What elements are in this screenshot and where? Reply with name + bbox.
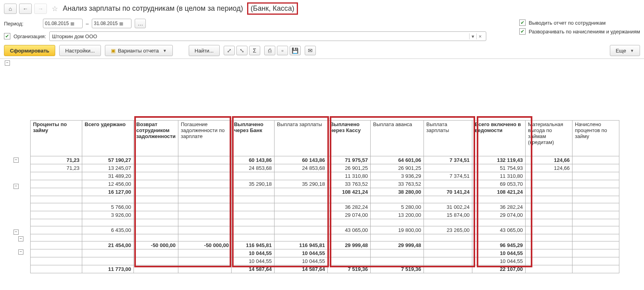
tree-toggle[interactable]: − [5,60,10,66]
clear-icon[interactable]: × [476,33,483,39]
column-header: Выплата аванса [370,121,424,156]
period-picker-button[interactable]: … [135,19,146,28]
table-row[interactable]: 6 435,0043 065,0019 800,0023 265,0043 06… [31,226,619,234]
table-row[interactable]: 3 926,0029 074,0013 200,0015 874,0029 07… [31,211,619,219]
email-button[interactable]: ✉ [305,46,316,55]
report-table: Проценты по займуВсего удержаноВозврат с… [30,120,619,273]
table-row[interactable]: 31 489,2011 310,803 936,297 374,5111 310… [31,172,619,180]
report-variants-button[interactable]: ▣ Варианты отчета ▼ [105,45,173,56]
chevron-down-icon: ▼ [163,49,167,53]
org-label: Организация: [14,33,46,39]
column-header: Погашение задолженности по зарплате [178,121,231,156]
back-button[interactable]: ← [19,4,32,14]
generate-button[interactable]: Сформировать [4,45,55,56]
calendar-icon[interactable]: ▦ [119,21,123,26]
page-title-suffix: (Банк, Касса) [247,2,298,15]
table-row[interactable]: 10 044,5510 044,5510 044,55 [31,249,619,257]
opt-employees-label: Выводить отчет по сотрудникам [529,20,606,26]
tree-toggle[interactable]: − [18,249,23,255]
table-row[interactable]: 16 127,00108 421,2438 280,0070 141,24108… [31,188,619,196]
page-title: Анализ зарплаты по сотрудникам (в целом … [63,4,243,13]
column-header: Выплата зарплаты [274,121,327,156]
more-button[interactable]: Еще ▼ [610,45,640,56]
org-checkbox[interactable]: ✔ [4,33,10,39]
find-button[interactable]: Найти... [189,45,220,56]
tree-toggle[interactable]: − [14,184,19,189]
tree-toggle[interactable]: − [14,230,19,235]
forward-button[interactable]: → [34,4,47,14]
settings-button[interactable]: Настройки... [59,45,101,56]
column-header: Проценты по займу [31,121,82,156]
collapse-all-button[interactable]: ⤡ [236,46,248,55]
tree-toggle[interactable]: − [14,158,19,163]
opt-expand-checkbox[interactable]: ✔ [519,28,526,35]
date-to-input[interactable]: 31.08.2015 ▦ [92,19,132,28]
save-button[interactable]: 💾 [290,46,301,55]
print-button[interactable]: ⎙ [264,46,275,55]
column-header: Возврат сотрудником задолженности [134,121,178,156]
date-from-input[interactable]: 01.08.2015 ▦ [43,19,83,28]
column-header: Всего включено в ведомости [472,121,525,156]
opt-expand-label: Разворачивать по начислениям и удержания… [529,29,640,35]
table-row[interactable]: 10 044,5510 044,5510 044,55 [31,257,619,265]
column-header: Материальная выгода по займам (кредитам) [525,121,572,156]
table-row[interactable]: 71,2313 245,0724 853,6824 853,6826 901,2… [31,164,619,172]
column-header: Выплачено через Кассу [327,121,370,156]
opt-employees-checkbox[interactable]: ✔ [519,19,526,26]
favorite-icon[interactable]: ☆ [52,4,58,13]
table-row[interactable]: 71,2357 190,2760 143,8660 143,8671 975,5… [31,156,619,164]
column-header: Выплачено через Банк [231,121,274,156]
period-label: Период: [4,21,40,27]
table-row[interactable]: 21 454,00-50 000,00-50 000,00116 945,811… [31,241,619,249]
table-row[interactable] [31,219,619,226]
preview-button[interactable]: ▫ [277,46,288,55]
home-button[interactable]: ⌂ [4,4,17,14]
dropdown-icon[interactable]: ▾ [469,33,476,39]
column-header: Выплата зарплаты [424,121,472,156]
column-header: Всего удержано [82,121,134,156]
folder-icon: ▣ [111,48,116,54]
table-row[interactable]: 11 773,0014 587,6414 587,647 519,367 519… [31,265,619,273]
calendar-icon[interactable]: ▦ [70,21,74,26]
expand-all-button[interactable]: ⤢ [224,46,235,55]
table-row[interactable] [31,196,619,203]
table-row[interactable]: 12 456,0035 290,1835 290,1833 763,5233 7… [31,180,619,188]
sum-button[interactable]: Σ [249,46,260,55]
table-row[interactable] [31,273,619,274]
tree-toggle[interactable]: − [18,236,23,241]
table-row[interactable]: 5 766,0036 282,245 280,0031 002,2436 282… [31,203,619,211]
column-header: Начислено процентов по займу [572,121,619,156]
table-row[interactable] [31,234,619,241]
org-select[interactable]: Шторкин дом ООО ▾ × [49,31,486,41]
chevron-down-icon: ▼ [630,49,634,53]
